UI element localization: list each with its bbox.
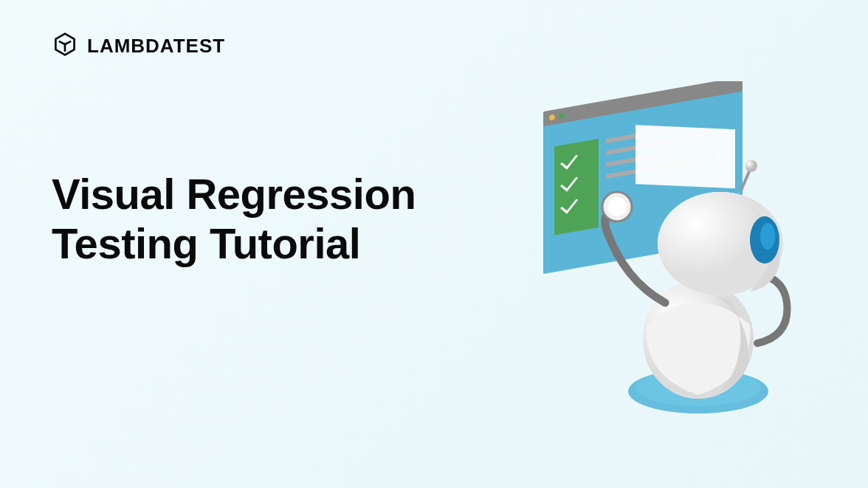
headline-line-1: Visual Regression bbox=[52, 170, 416, 218]
page-title: Visual Regression Testing Tutorial bbox=[52, 170, 416, 268]
svg-point-20 bbox=[745, 160, 757, 172]
logo-icon bbox=[52, 31, 78, 61]
robot-illustration bbox=[492, 81, 816, 421]
headline-line-2: Testing Tutorial bbox=[52, 219, 360, 267]
svg-point-22 bbox=[607, 197, 627, 216]
brand-name: LAMBDATEST bbox=[87, 35, 225, 58]
svg-point-17 bbox=[760, 223, 775, 250]
brand-logo: LAMBDATEST bbox=[52, 31, 225, 61]
svg-rect-6 bbox=[554, 139, 599, 236]
